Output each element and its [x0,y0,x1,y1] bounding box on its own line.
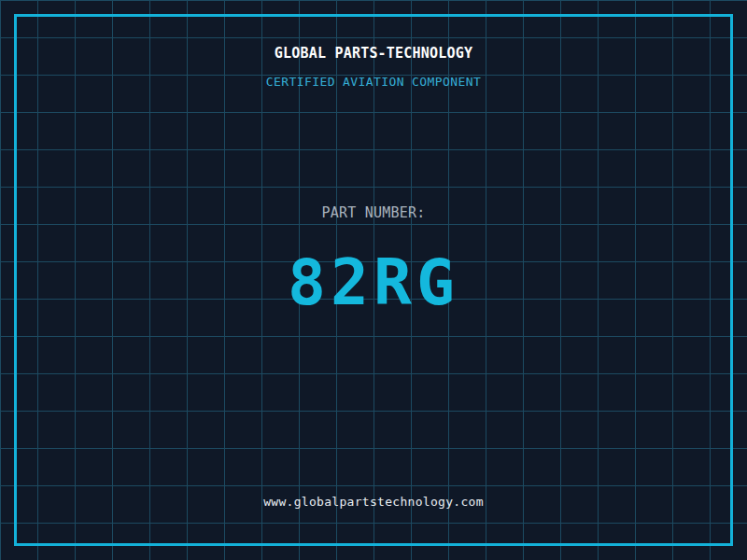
page-subtitle: CERTIFIED AVIATION COMPONENT [0,75,747,89]
blueprint-grid: GLOBAL PARTS-TECHNOLOGY CERTIFIED AVIATI… [0,0,747,560]
part-number-value: 82RG [0,245,747,319]
website-url: www.globalpartstechnology.com [0,495,747,509]
part-number-label: PART NUMBER: [0,204,747,221]
page-title: GLOBAL PARTS-TECHNOLOGY [0,45,747,62]
